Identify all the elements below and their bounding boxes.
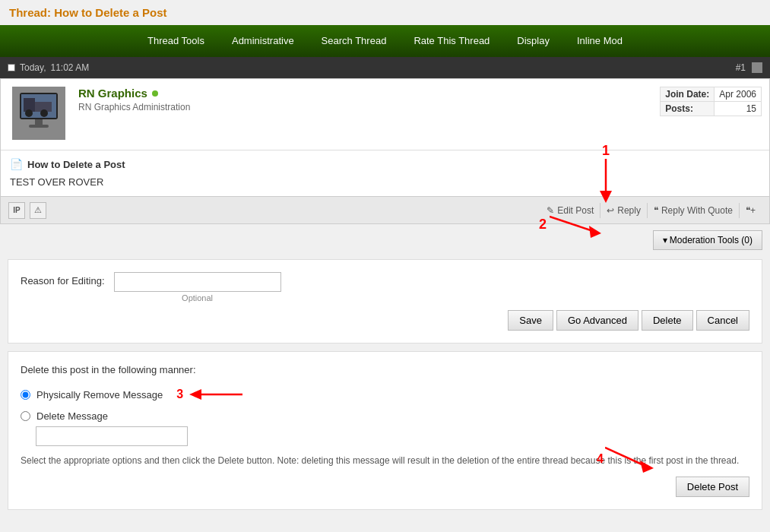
nav-bar: Thread Tools Administrative Search Threa… xyxy=(0,25,770,57)
join-date-value: Apr 2006 xyxy=(715,87,762,102)
post-wrapper: RN Graphics RN Graphics Administration J… xyxy=(0,78,770,224)
post-content: 📄 How to Delete a Post TEST OVER ROVER 1 xyxy=(1,150,769,196)
join-info: Join Date: Apr 2006 Posts: 15 xyxy=(660,87,762,116)
radio-physically-remove-label: Physically Remove Message xyxy=(36,389,163,401)
posts-label: Posts: xyxy=(661,102,715,116)
ip-button[interactable]: IP xyxy=(8,202,25,219)
edit-section: Reason for Editing: Optional Save Go Adv… xyxy=(8,259,762,344)
nav-administrative[interactable]: Administrative xyxy=(218,25,308,57)
sub-bar: Today, 11:02 AM #1 xyxy=(0,57,770,78)
title-prefix: Thread: xyxy=(9,6,51,19)
svg-line-15 xyxy=(605,448,647,467)
join-date-label: Join Date: xyxy=(661,87,715,102)
svg-rect-8 xyxy=(29,125,49,128)
annotation-3: 3 xyxy=(176,388,183,401)
post-time: 11:02 AM xyxy=(50,62,89,73)
doc-icon: 📄 xyxy=(10,158,23,170)
mod-tools-button[interactable]: ▾ Moderation Tools (0) xyxy=(653,230,763,250)
svg-point-5 xyxy=(25,109,33,117)
multi-quote-link[interactable]: ❝+ xyxy=(739,203,762,218)
multiquote-icon: ❝+ xyxy=(746,205,756,216)
svg-marker-12 xyxy=(589,226,601,238)
user-title: RN Graphics Administration xyxy=(78,102,660,112)
title-text: How to Delete a Post xyxy=(54,6,166,19)
go-advanced-button[interactable]: Go Advanced xyxy=(556,310,638,331)
svg-rect-7 xyxy=(35,119,43,125)
delete-post-button[interactable]: Delete Post xyxy=(676,477,749,497)
reason-col: Optional xyxy=(114,272,281,302)
sub-bar-date: Today, 11:02 AM xyxy=(8,62,89,73)
user-info: RN Graphics RN Graphics Administration xyxy=(78,87,660,112)
svg-point-6 xyxy=(40,109,48,117)
nav-search-thread[interactable]: Search Thread xyxy=(308,25,401,57)
arrow-2-svg xyxy=(550,209,603,239)
reason-input[interactable] xyxy=(114,272,281,292)
user-row: RN Graphics RN Graphics Administration J… xyxy=(1,79,769,150)
delete-post-row: 4 Delete Post xyxy=(21,477,749,497)
radio-delete-message: Delete Message xyxy=(21,410,749,422)
radio-delete-message-input[interactable] xyxy=(21,411,30,421)
calendar-icon xyxy=(8,64,15,71)
online-indicator xyxy=(152,90,158,97)
quote-icon: ❝ xyxy=(654,205,658,216)
reply-with-quote-link[interactable]: ❝ Reply With Quote xyxy=(647,203,739,218)
annotation-4: 4 xyxy=(597,444,658,474)
save-button[interactable]: Save xyxy=(508,310,553,331)
delete-reason-input[interactable] xyxy=(36,426,188,446)
radio-options: Physically Remove Message 3 Delete Messa… xyxy=(21,383,749,446)
reason-row: Reason for Editing: Optional xyxy=(21,272,749,302)
arrow-4-svg xyxy=(605,444,658,474)
arrow-3-svg xyxy=(189,383,250,406)
radio-physically-remove: Physically Remove Message 3 xyxy=(21,383,749,406)
sub-bar-post-num: #1 xyxy=(736,62,762,73)
post-body: TEST OVER ROVER xyxy=(10,176,760,188)
post-actions-left: IP ⚠ xyxy=(8,202,46,219)
avatar xyxy=(12,87,65,140)
page-title: Thread: How to Delete a Post xyxy=(0,0,770,25)
arrow-1-svg xyxy=(594,159,617,204)
posts-value: 15 xyxy=(715,102,762,116)
nav-inline-mod[interactable]: Inline Mod xyxy=(563,25,636,57)
post-actions-bar: IP ⚠ ✎ Edit Post ↩ Reply ❝ Reply With Qu… xyxy=(1,196,769,223)
annotation-2: 2 xyxy=(539,209,603,239)
optional-label: Optional xyxy=(114,293,281,302)
nav-thread-tools[interactable]: Thread Tools xyxy=(134,25,218,57)
post-number: #1 xyxy=(736,62,746,73)
nav-rate-thread[interactable]: Rate This Thread xyxy=(400,25,503,57)
radio-physically-remove-input[interactable] xyxy=(21,390,30,400)
reason-label: Reason for Editing: xyxy=(21,272,105,287)
cancel-button[interactable]: Cancel xyxy=(696,310,749,331)
report-button[interactable]: ⚠ xyxy=(30,202,46,219)
mod-tools-row: 2 ▾ Moderation Tools (0) xyxy=(0,224,770,256)
post-title: 📄 How to Delete a Post xyxy=(10,158,760,170)
svg-marker-16 xyxy=(640,461,654,473)
svg-marker-10 xyxy=(600,191,612,203)
post-checkbox[interactable] xyxy=(752,62,762,73)
avatar-box xyxy=(8,87,69,142)
annotation-1: 1 xyxy=(594,143,617,207)
delete-manner-title: Delete this post in the following manner… xyxy=(21,364,749,375)
post-date: Today, xyxy=(20,62,46,73)
post-title-text: How to Delete a Post xyxy=(27,159,125,170)
svg-line-11 xyxy=(550,217,595,232)
delete-section: Delete this post in the following manner… xyxy=(8,351,762,510)
radio-delete-message-label: Delete Message xyxy=(36,410,108,422)
username-text: RN Graphics xyxy=(78,87,147,100)
nav-display[interactable]: Display xyxy=(503,25,563,57)
username: RN Graphics xyxy=(78,87,660,100)
edit-buttons: Save Go Advanced Delete Cancel xyxy=(21,310,749,331)
svg-marker-14 xyxy=(189,389,201,400)
delete-button[interactable]: Delete xyxy=(642,310,693,331)
